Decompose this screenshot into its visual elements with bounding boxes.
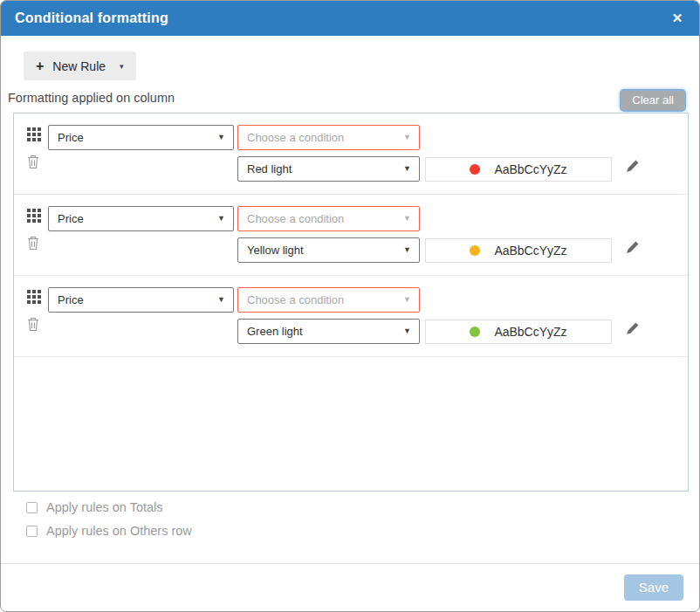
select-caret-icon: ▼ [403, 238, 411, 262]
plus-icon: + [36, 58, 44, 74]
select-caret-icon: ▼ [403, 320, 411, 343]
apply-totals-option[interactable]: Apply rules on Totals [26, 500, 163, 514]
drag-handle-icon[interactable] [27, 209, 41, 223]
save-button[interactable]: Save [624, 574, 683, 601]
color-scheme-select[interactable]: Red light ▼ [237, 156, 420, 182]
column-select[interactable]: Price ▼ [48, 287, 234, 313]
format-preview: AaBbCcYyZz [425, 157, 612, 182]
condition-select[interactable]: Choose a condition ▼ [237, 287, 420, 313]
checkbox-others[interactable] [26, 526, 38, 537]
delete-rule-icon[interactable] [26, 154, 40, 169]
column-select-value: Price [58, 293, 84, 306]
color-scheme-select[interactable]: Green light ▼ [237, 319, 420, 344]
edit-pencil-icon[interactable] [627, 240, 640, 253]
select-caret-icon: ▼ [403, 157, 411, 181]
rules-list: Price ▼ Choose a condition ▼ Red light ▼… [13, 113, 689, 492]
drag-handle-icon[interactable] [27, 127, 41, 141]
preview-text: AaBbCcYyZz [494, 244, 566, 258]
color-scheme-select[interactable]: Yellow light ▼ [237, 237, 420, 263]
format-preview: AaBbCcYyZz [425, 238, 612, 263]
column-select-value: Price [58, 131, 84, 144]
edit-pencil-icon[interactable] [627, 159, 640, 172]
checkbox-totals-label: Apply rules on Totals [46, 500, 163, 514]
delete-rule-icon[interactable] [26, 235, 40, 251]
checkbox-totals[interactable] [26, 502, 38, 513]
rule-row-2: Price ▼ Choose a condition ▼ Yellow ligh… [14, 195, 688, 276]
condition-placeholder: Choose a condition [247, 131, 344, 144]
preview-text: AaBbCcYyZz [494, 162, 566, 176]
color-dot [470, 245, 480, 256]
color-scheme-value: Red light [247, 162, 292, 175]
checkbox-others-label: Apply rules on Others row [46, 524, 192, 538]
rule-row-1: Price ▼ Choose a condition ▼ Red light ▼… [14, 113, 688, 195]
new-rule-label: New Rule [52, 59, 106, 73]
dialog-titlebar: Conditional formatting ✕ [1, 1, 699, 36]
clear-all-button[interactable]: Clear all [620, 89, 686, 112]
color-dot [470, 164, 480, 175]
dialog-title: Conditional formatting [15, 10, 168, 26]
format-preview: AaBbCcYyZz [425, 320, 612, 344]
select-caret-icon: ▼ [403, 288, 411, 312]
delete-rule-icon[interactable] [26, 316, 40, 332]
select-caret-icon: ▼ [217, 126, 225, 149]
apply-others-option[interactable]: Apply rules on Others row [26, 524, 192, 538]
footer-divider [1, 563, 699, 564]
column-select[interactable]: Price ▼ [48, 125, 234, 150]
color-scheme-value: Green light [247, 325, 303, 338]
close-icon[interactable]: ✕ [668, 9, 687, 28]
drag-handle-icon[interactable] [27, 290, 41, 304]
select-caret-icon: ▼ [217, 207, 225, 230]
formatting-column-label: Formatting applied on column [8, 91, 175, 105]
condition-placeholder: Choose a condition [247, 212, 344, 225]
rule-row-3: Price ▼ Choose a condition ▼ Green light… [14, 276, 688, 357]
condition-select[interactable]: Choose a condition ▼ [237, 206, 420, 231]
chevron-down-icon[interactable]: ▾ [120, 62, 124, 71]
condition-placeholder: Choose a condition [247, 293, 344, 306]
select-caret-icon: ▼ [403, 126, 411, 149]
new-rule-button[interactable]: + New Rule ▾ [24, 52, 136, 80]
select-caret-icon: ▼ [403, 207, 411, 230]
edit-pencil-icon[interactable] [627, 321, 640, 334]
column-select-value: Price [58, 212, 84, 225]
column-select[interactable]: Price ▼ [48, 206, 234, 231]
color-dot [470, 327, 480, 337]
preview-text: AaBbCcYyZz [494, 325, 566, 339]
conditional-formatting-dialog: Conditional formatting ✕ + New Rule ▾ Fo… [0, 0, 700, 612]
select-caret-icon: ▼ [217, 288, 225, 312]
color-scheme-value: Yellow light [247, 244, 304, 257]
condition-select[interactable]: Choose a condition ▼ [237, 125, 420, 150]
